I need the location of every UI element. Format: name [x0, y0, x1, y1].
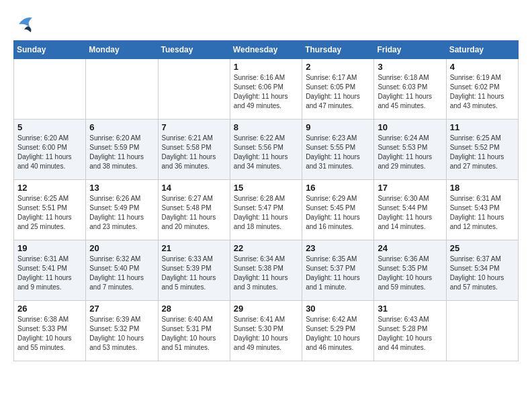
day-number: 26 [17, 304, 82, 314]
day-info: Sunrise: 6:36 AM Sunset: 5:35 PM Dayligh… [378, 255, 442, 292]
calendar-cell [158, 59, 230, 120]
day-number: 25 [450, 243, 515, 253]
day-number: 12 [17, 183, 82, 193]
calendar-cell: 16Sunrise: 6:29 AM Sunset: 5:45 PM Dayli… [302, 180, 374, 240]
weekday-header: Thursday [302, 41, 374, 59]
page-header [13, 13, 519, 35]
day-number: 27 [89, 304, 154, 314]
day-info: Sunrise: 6:39 AM Sunset: 5:32 PM Dayligh… [89, 315, 154, 353]
day-info: Sunrise: 6:20 AM Sunset: 6:00 PM Dayligh… [17, 134, 82, 171]
day-info: Sunrise: 6:25 AM Sunset: 5:51 PM Dayligh… [17, 194, 82, 232]
calendar-cell [86, 59, 158, 120]
day-info: Sunrise: 6:30 AM Sunset: 5:44 PM Dayligh… [378, 194, 442, 232]
day-number: 18 [450, 183, 515, 193]
day-number: 1 [234, 62, 298, 72]
calendar-cell: 14Sunrise: 6:27 AM Sunset: 5:48 PM Dayli… [158, 180, 230, 240]
day-number: 2 [306, 62, 370, 72]
weekday-header: Friday [374, 41, 446, 59]
day-info: Sunrise: 6:31 AM Sunset: 5:43 PM Dayligh… [450, 194, 515, 232]
calendar-cell: 15Sunrise: 6:28 AM Sunset: 5:47 PM Dayli… [230, 180, 302, 240]
calendar-cell: 28Sunrise: 6:40 AM Sunset: 5:31 PM Dayli… [158, 301, 230, 361]
day-number: 28 [162, 304, 226, 314]
calendar-week-row: 5Sunrise: 6:20 AM Sunset: 6:00 PM Daylig… [14, 120, 519, 180]
calendar-cell: 11Sunrise: 6:25 AM Sunset: 5:52 PM Dayli… [446, 120, 518, 180]
day-number: 14 [162, 183, 226, 193]
day-info: Sunrise: 6:23 AM Sunset: 5:55 PM Dayligh… [306, 134, 370, 171]
day-info: Sunrise: 6:29 AM Sunset: 5:45 PM Dayligh… [306, 194, 370, 232]
day-info: Sunrise: 6:20 AM Sunset: 5:59 PM Dayligh… [89, 134, 154, 171]
day-info: Sunrise: 6:16 AM Sunset: 6:06 PM Dayligh… [234, 73, 298, 111]
calendar-cell [14, 59, 86, 120]
calendar-week-row: 1Sunrise: 6:16 AM Sunset: 6:06 PM Daylig… [14, 59, 519, 120]
calendar-cell: 29Sunrise: 6:41 AM Sunset: 5:30 PM Dayli… [230, 301, 302, 361]
calendar-cell: 25Sunrise: 6:37 AM Sunset: 5:34 PM Dayli… [446, 240, 518, 301]
day-info: Sunrise: 6:35 AM Sunset: 5:37 PM Dayligh… [306, 255, 370, 292]
day-number: 6 [89, 122, 154, 132]
day-info: Sunrise: 6:17 AM Sunset: 6:05 PM Dayligh… [306, 73, 370, 111]
day-info: Sunrise: 6:32 AM Sunset: 5:40 PM Dayligh… [89, 255, 154, 292]
day-number: 3 [378, 62, 442, 72]
day-info: Sunrise: 6:18 AM Sunset: 6:03 PM Dayligh… [378, 73, 442, 111]
day-number: 19 [17, 243, 82, 253]
calendar-cell: 22Sunrise: 6:34 AM Sunset: 5:38 PM Dayli… [230, 240, 302, 301]
day-info: Sunrise: 6:21 AM Sunset: 5:58 PM Dayligh… [162, 134, 226, 171]
day-info: Sunrise: 6:41 AM Sunset: 5:30 PM Dayligh… [234, 315, 298, 353]
day-number: 24 [378, 243, 442, 253]
day-number: 7 [162, 122, 226, 132]
calendar-cell: 27Sunrise: 6:39 AM Sunset: 5:32 PM Dayli… [86, 301, 158, 361]
calendar-cell: 17Sunrise: 6:30 AM Sunset: 5:44 PM Dayli… [374, 180, 446, 240]
calendar-header-row: SundayMondayTuesdayWednesdayThursdayFrid… [14, 41, 519, 59]
day-info: Sunrise: 6:43 AM Sunset: 5:28 PM Dayligh… [378, 315, 442, 353]
calendar-cell: 24Sunrise: 6:36 AM Sunset: 5:35 PM Dayli… [374, 240, 446, 301]
day-info: Sunrise: 6:34 AM Sunset: 5:38 PM Dayligh… [234, 255, 298, 292]
day-number: 10 [378, 122, 442, 132]
day-info: Sunrise: 6:27 AM Sunset: 5:48 PM Dayligh… [162, 194, 226, 232]
day-number: 21 [162, 243, 226, 253]
day-number: 15 [234, 183, 298, 193]
day-info: Sunrise: 6:19 AM Sunset: 6:02 PM Dayligh… [450, 73, 515, 111]
calendar-week-row: 19Sunrise: 6:31 AM Sunset: 5:41 PM Dayli… [14, 240, 519, 301]
calendar-cell: 4Sunrise: 6:19 AM Sunset: 6:02 PM Daylig… [446, 59, 518, 120]
calendar-cell: 19Sunrise: 6:31 AM Sunset: 5:41 PM Dayli… [14, 240, 86, 301]
calendar-cell: 13Sunrise: 6:26 AM Sunset: 5:49 PM Dayli… [86, 180, 158, 240]
day-number: 23 [306, 243, 370, 253]
day-info: Sunrise: 6:28 AM Sunset: 5:47 PM Dayligh… [234, 194, 298, 232]
day-number: 13 [89, 183, 154, 193]
calendar-week-row: 26Sunrise: 6:38 AM Sunset: 5:33 PM Dayli… [14, 301, 519, 361]
day-info: Sunrise: 6:33 AM Sunset: 5:39 PM Dayligh… [162, 255, 226, 292]
calendar-cell: 7Sunrise: 6:21 AM Sunset: 5:58 PM Daylig… [158, 120, 230, 180]
calendar-cell: 2Sunrise: 6:17 AM Sunset: 6:05 PM Daylig… [302, 59, 374, 120]
day-number: 4 [450, 62, 515, 72]
day-info: Sunrise: 6:31 AM Sunset: 5:41 PM Dayligh… [17, 255, 82, 292]
weekday-header: Wednesday [230, 41, 302, 59]
weekday-header: Sunday [14, 41, 86, 59]
calendar-cell: 20Sunrise: 6:32 AM Sunset: 5:40 PM Dayli… [86, 240, 158, 301]
calendar-cell: 21Sunrise: 6:33 AM Sunset: 5:39 PM Dayli… [158, 240, 230, 301]
calendar-cell: 9Sunrise: 6:23 AM Sunset: 5:55 PM Daylig… [302, 120, 374, 180]
day-info: Sunrise: 6:38 AM Sunset: 5:33 PM Dayligh… [17, 315, 82, 353]
day-number: 22 [234, 243, 298, 253]
day-info: Sunrise: 6:22 AM Sunset: 5:56 PM Dayligh… [234, 134, 298, 171]
day-info: Sunrise: 6:37 AM Sunset: 5:34 PM Dayligh… [450, 255, 515, 292]
calendar-cell: 23Sunrise: 6:35 AM Sunset: 5:37 PM Dayli… [302, 240, 374, 301]
weekday-header: Tuesday [158, 41, 230, 59]
day-info: Sunrise: 6:25 AM Sunset: 5:52 PM Dayligh… [450, 134, 515, 171]
calendar-cell: 8Sunrise: 6:22 AM Sunset: 5:56 PM Daylig… [230, 120, 302, 180]
logo-icon [13, 13, 35, 35]
calendar-cell [446, 301, 518, 361]
calendar-cell: 31Sunrise: 6:43 AM Sunset: 5:28 PM Dayli… [374, 301, 446, 361]
day-number: 5 [17, 122, 82, 132]
calendar-cell: 18Sunrise: 6:31 AM Sunset: 5:43 PM Dayli… [446, 180, 518, 240]
day-number: 16 [306, 183, 370, 193]
calendar-cell: 1Sunrise: 6:16 AM Sunset: 6:06 PM Daylig… [230, 59, 302, 120]
calendar-cell: 10Sunrise: 6:24 AM Sunset: 5:53 PM Dayli… [374, 120, 446, 180]
logo [13, 13, 39, 35]
day-info: Sunrise: 6:24 AM Sunset: 5:53 PM Dayligh… [378, 134, 442, 171]
day-number: 30 [306, 304, 370, 314]
calendar-cell: 12Sunrise: 6:25 AM Sunset: 5:51 PM Dayli… [14, 180, 86, 240]
day-info: Sunrise: 6:42 AM Sunset: 5:29 PM Dayligh… [306, 315, 370, 353]
calendar-table: SundayMondayTuesdayWednesdayThursdayFrid… [13, 40, 519, 361]
day-number: 20 [89, 243, 154, 253]
calendar-cell: 5Sunrise: 6:20 AM Sunset: 6:00 PM Daylig… [14, 120, 86, 180]
weekday-header: Monday [86, 41, 158, 59]
